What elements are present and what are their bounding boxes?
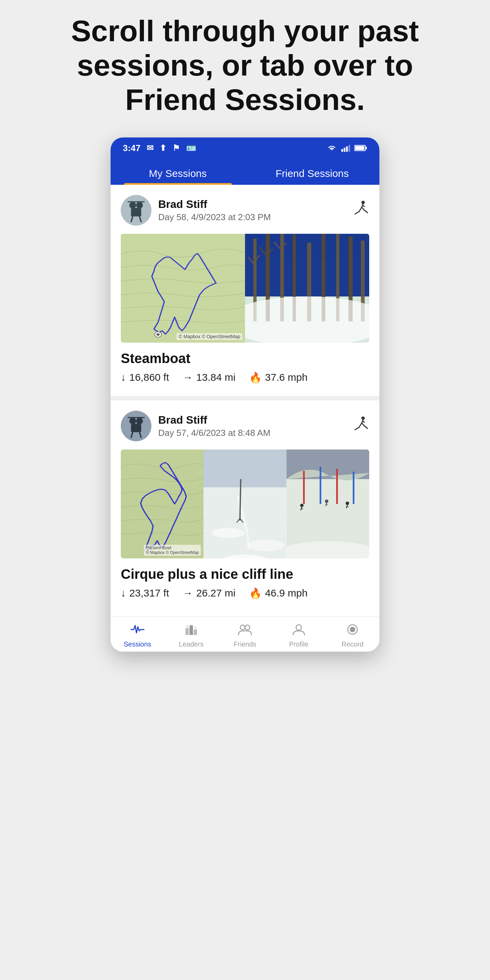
card-header-1: Brad Stiff Day 58, 4/9/2023 at 2:03 PM	[121, 195, 369, 226]
nav-friends[interactable]: Friends	[218, 624, 272, 648]
svg-point-89	[350, 627, 355, 632]
nav-profile-label: Profile	[289, 640, 309, 648]
svg-point-86	[245, 625, 250, 630]
svg-rect-81	[194, 630, 197, 635]
stats-row-1: ↓ 16,860 ft → 13.84 mi 🔥 37.6 mph	[121, 372, 369, 383]
svg-line-12	[363, 205, 364, 207]
map-credit-1: © Mapbox © OpenStreetMap	[177, 333, 242, 340]
svg-point-61	[247, 539, 284, 551]
svg-rect-6	[131, 208, 141, 216]
session-card-1[interactable]: Brad Stiff Day 58, 4/9/2023 at 2:03 PM	[111, 185, 379, 396]
session-photo-1	[245, 234, 369, 343]
tab-friend-sessions[interactable]: Friend Sessions	[245, 159, 379, 185]
svg-rect-66	[320, 466, 321, 504]
wifi-icon	[326, 144, 337, 152]
svg-rect-2	[355, 146, 364, 150]
ski-activity-icon-1	[352, 200, 369, 221]
session-images-1: © Mapbox © OpenStreetMap	[121, 234, 369, 343]
vertical-stat-1: ↓ 16,860 ft	[121, 372, 169, 383]
ski-activity-icon-2	[352, 415, 369, 436]
session-photo-2b	[286, 450, 369, 558]
session-photo-2a	[204, 450, 286, 558]
distance-stat-1: → 13.84 mi	[183, 372, 235, 383]
tab-my-sessions[interactable]: My Sessions	[111, 159, 245, 185]
svg-point-85	[240, 625, 245, 630]
user-details-1: Brad Stiff Day 58, 4/9/2023 at 2:03 PM	[158, 198, 271, 223]
session-images-2: Parsenn Bowl© Mapbox © OpenStreetMap	[121, 450, 369, 558]
battery-icon	[354, 145, 367, 151]
svg-rect-80	[185, 628, 189, 635]
page-container: Scroll through your past sessions, or ta…	[0, 0, 490, 980]
session-title-2: Cirque plus a nice cliff line	[121, 566, 369, 582]
svg-rect-55	[204, 450, 286, 487]
nav-sessions-label: Sessions	[124, 640, 151, 648]
leaders-nav-icon: ★ ★ ★	[184, 624, 198, 638]
distance-icon-2: →	[183, 587, 193, 599]
vertical-value-1: 16,860 ft	[129, 372, 169, 383]
distance-icon-1: →	[183, 372, 193, 383]
distance-value-2: 26.27 mi	[196, 587, 235, 599]
stats-row-2: ↓ 23,317 ft → 26.27 mi 🔥 46.9 mph	[121, 587, 369, 599]
svg-point-72	[325, 500, 328, 503]
status-bar: 3:47 ✉ ⬆ ⚑ 🪪	[111, 137, 379, 159]
svg-line-48	[359, 423, 362, 427]
svg-line-15	[355, 212, 359, 214]
vertical-stat-2: ↓ 23,317 ft	[121, 587, 169, 599]
svg-line-49	[362, 423, 364, 426]
sessions-nav-icon	[130, 624, 145, 638]
svg-point-19	[156, 333, 160, 336]
svg-point-69	[300, 504, 304, 507]
nav-sessions[interactable]: Sessions	[111, 624, 164, 648]
svg-rect-52	[121, 450, 204, 558]
phone-frame: 3:47 ✉ ⬆ ⚑ 🪪	[111, 137, 379, 652]
svg-rect-17	[121, 234, 245, 343]
nav-leaders[interactable]: ★ ★ ★ Leaders	[164, 624, 218, 648]
status-time: 3:47	[123, 143, 140, 153]
svg-point-87	[296, 625, 301, 630]
svg-line-57	[240, 479, 240, 520]
svg-line-50	[355, 427, 359, 430]
distance-stat-2: → 26.27 mi	[183, 587, 235, 599]
status-right	[326, 144, 367, 152]
distance-value-1: 13.84 mi	[196, 372, 235, 383]
svg-point-37	[245, 296, 369, 343]
signal-icon	[341, 144, 350, 152]
vertical-icon-1: ↓	[121, 372, 126, 383]
svg-text:★: ★	[186, 625, 189, 628]
avatar-1	[121, 195, 151, 226]
vertical-icon-2: ↓	[121, 587, 126, 599]
svg-point-60	[212, 528, 245, 538]
svg-rect-41	[131, 424, 141, 432]
avatar-2	[121, 411, 151, 441]
svg-line-14	[362, 207, 364, 210]
nav-profile[interactable]: Profile	[272, 624, 326, 648]
profile-nav-icon	[292, 624, 306, 638]
bottom-nav: Sessions ★ ★ ★ Leaders	[111, 616, 379, 652]
svg-point-4	[129, 202, 136, 208]
nav-leaders-label: Leaders	[179, 640, 204, 648]
svg-point-78	[286, 541, 369, 558]
svg-point-75	[345, 501, 349, 505]
svg-line-16	[364, 210, 368, 213]
session-title-1: Steamboat	[121, 351, 369, 366]
nav-record[interactable]: Record	[326, 624, 379, 648]
tab-bar: My Sessions Friend Sessions	[111, 159, 379, 185]
session-date-1: Day 58, 4/9/2023 at 2:03 PM	[158, 212, 271, 223]
speed-value-1: 37.6 mph	[265, 372, 308, 383]
svg-point-39	[129, 417, 136, 424]
hero-text: Scroll through your past sessions, or ta…	[0, 14, 490, 137]
speed-icon-2: 🔥	[249, 587, 262, 599]
upload-icon: ⬆	[159, 143, 166, 153]
flag-icon: ⚑	[172, 143, 180, 153]
card-icon: 🪪	[186, 143, 196, 153]
svg-point-5	[136, 202, 143, 208]
svg-rect-67	[336, 469, 338, 504]
svg-rect-65	[303, 471, 305, 504]
speed-value-2: 46.9 mph	[265, 587, 308, 599]
nav-friends-label: Friends	[234, 640, 256, 648]
svg-text:★: ★	[194, 626, 197, 630]
mail-icon: ✉	[147, 143, 153, 153]
session-date-2: Day 57, 4/6/2023 at 8:48 AM	[158, 428, 270, 438]
session-card-2[interactable]: Brad Stiff Day 57, 4/6/2023 at 8:48 AM	[111, 401, 379, 611]
user-info-2: Brad Stiff Day 57, 4/6/2023 at 8:48 AM	[121, 411, 270, 441]
